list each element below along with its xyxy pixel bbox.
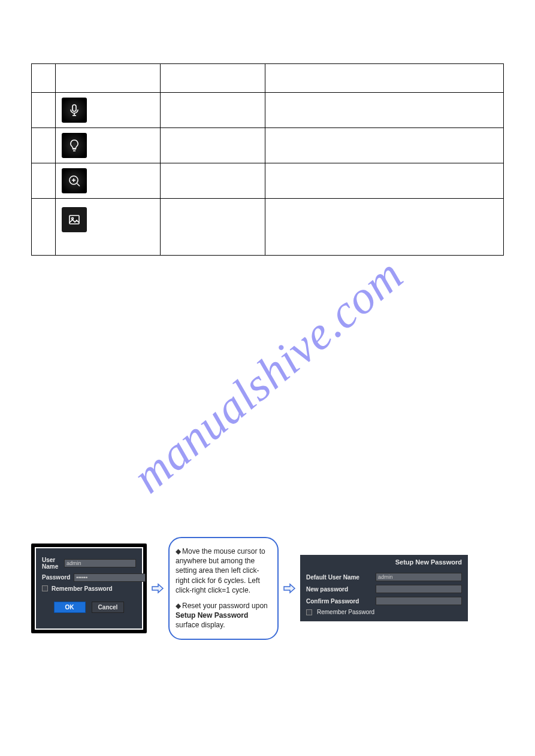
new-password-input[interactable] bbox=[376, 585, 462, 593]
username-label: User Name bbox=[42, 557, 61, 570]
setup-new-password-dialog: Setup New Password Default User Name New… bbox=[300, 555, 468, 621]
confirm-password-input[interactable] bbox=[376, 597, 462, 605]
table-row bbox=[32, 128, 504, 163]
note-text-2a: Reset your password upon bbox=[182, 602, 268, 610]
instruction-bubble: ◆Move the mouse cursor to anywhere but a… bbox=[168, 537, 279, 640]
table-row bbox=[32, 199, 504, 256]
default-user-row: Default User Name bbox=[306, 573, 462, 581]
table-row bbox=[32, 93, 504, 128]
confirm-password-row: Confirm Password bbox=[306, 597, 462, 605]
username-input[interactable] bbox=[64, 559, 136, 567]
username-row: User Name bbox=[42, 557, 136, 570]
cancel-button[interactable]: Cancel bbox=[92, 602, 125, 613]
svg-line-6 bbox=[77, 184, 80, 187]
bulb-icon bbox=[62, 133, 87, 158]
arrow-right-icon bbox=[150, 581, 165, 596]
note-text-1: Move the mouse cursor to anywhere but am… bbox=[176, 547, 265, 594]
password-input[interactable] bbox=[74, 573, 146, 582]
remember-label: Remember Password bbox=[317, 609, 374, 615]
default-user-label: Default User Name bbox=[306, 574, 371, 581]
setup-title: Setup New Password bbox=[306, 558, 462, 566]
svg-rect-0 bbox=[72, 105, 76, 111]
new-password-row: New password bbox=[306, 585, 462, 593]
remember-checkbox[interactable] bbox=[306, 609, 312, 615]
mic-icon bbox=[62, 98, 87, 123]
svg-rect-7 bbox=[69, 215, 79, 224]
password-row: Password bbox=[42, 573, 136, 582]
image-icon bbox=[62, 207, 87, 232]
login-dialog: User Name Password Remember Password OK … bbox=[31, 544, 147, 633]
arrow-right-icon bbox=[282, 581, 297, 596]
remember-row: Remember Password bbox=[306, 609, 462, 615]
confirm-password-label: Confirm Password bbox=[306, 598, 371, 605]
new-password-label: New password bbox=[306, 586, 371, 593]
password-label: Password bbox=[42, 574, 70, 581]
remember-label: Remember Password bbox=[52, 585, 113, 592]
remember-checkbox[interactable] bbox=[42, 585, 48, 591]
zoom-in-icon bbox=[62, 168, 87, 193]
password-reset-flow: User Name Password Remember Password OK … bbox=[31, 537, 504, 640]
table-row bbox=[32, 163, 504, 199]
page-content: User Name Password Remember Password OK … bbox=[0, 0, 535, 664]
ok-button[interactable]: OK bbox=[54, 602, 86, 613]
note-text-2c: surface display. bbox=[176, 621, 225, 629]
default-user-input[interactable] bbox=[376, 573, 462, 581]
note-text-2b: Setup New Password bbox=[176, 611, 248, 620]
icon-reference-table bbox=[31, 63, 504, 256]
remember-row: Remember Password bbox=[42, 585, 136, 592]
table-row bbox=[32, 64, 504, 93]
